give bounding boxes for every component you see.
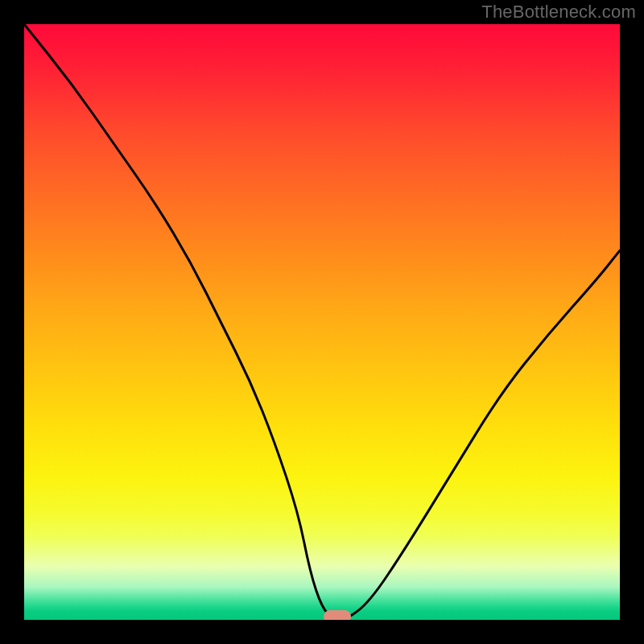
watermark-label: TheBottleneck.com (481, 2, 636, 23)
chart-frame: TheBottleneck.com (0, 0, 644, 644)
curve-svg (24, 24, 620, 620)
bottleneck-curve (24, 24, 620, 620)
plot-area (24, 24, 620, 620)
optimum-marker (324, 610, 351, 620)
